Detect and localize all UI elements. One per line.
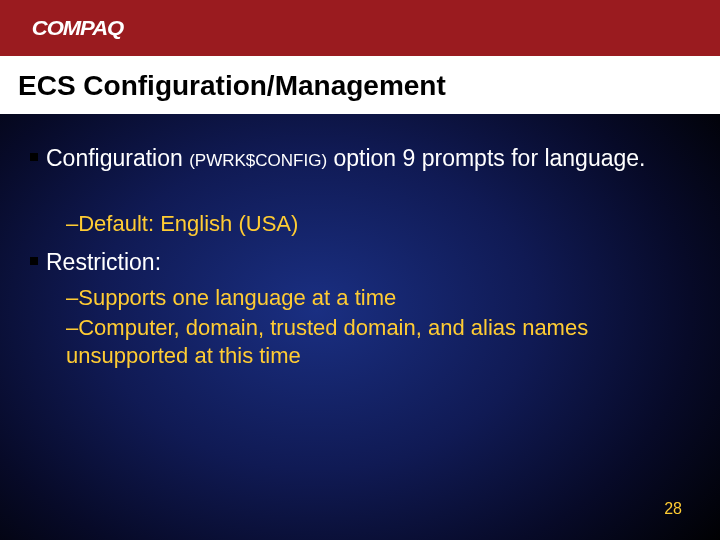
- title-band: ECS Configuration/Management: [0, 56, 720, 116]
- header-bar: COMPAQ: [0, 0, 720, 56]
- bullet-marker-icon: [30, 153, 38, 161]
- sub-supports-one-language: –Supports one language at a time: [66, 284, 666, 312]
- content-area: Configuration (PWRK$CONFIG) option 9 pro…: [0, 114, 720, 540]
- bullet-marker-icon: [30, 257, 38, 265]
- sub-unsupported-names: –Computer, domain, trusted domain, and a…: [66, 314, 666, 369]
- bullet-configuration-cmd: (PWRK$CONFIG): [189, 151, 327, 170]
- compaq-logo: COMPAQ: [32, 16, 123, 40]
- bullet-configuration: Configuration (PWRK$CONFIG) option 9 pro…: [46, 144, 666, 173]
- bullet-configuration-suffix: option 9 prompts for language.: [327, 145, 645, 171]
- page-number: 28: [664, 500, 682, 518]
- bullet-restriction: Restriction:: [46, 248, 666, 277]
- sub-default-language: –Default: English (USA): [66, 210, 666, 238]
- slide-title: ECS Configuration/Management: [18, 70, 720, 102]
- bullet-configuration-prefix: Configuration: [46, 145, 189, 171]
- bullet-restriction-text: Restriction:: [46, 249, 161, 275]
